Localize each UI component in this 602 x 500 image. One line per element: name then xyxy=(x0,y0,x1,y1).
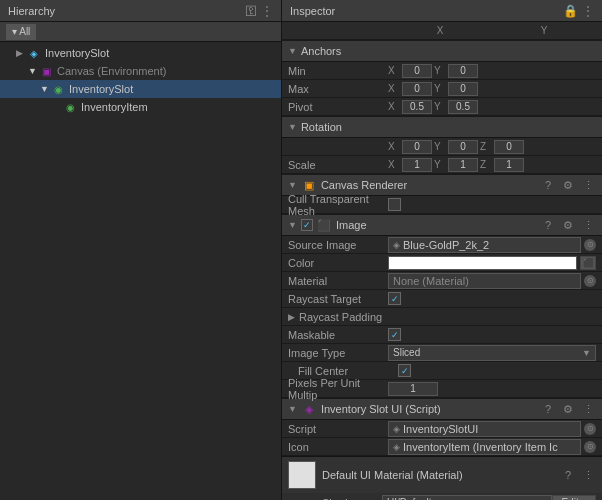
maskable-value xyxy=(388,328,596,341)
hierarchy-toolbar: ▾ All xyxy=(0,22,281,42)
fill-center-label: Fill Center xyxy=(298,365,398,377)
anchors-min-y-input[interactable] xyxy=(448,64,478,78)
image-type-label: Image Type xyxy=(288,347,388,359)
image-settings-icon[interactable]: ⚙ xyxy=(560,219,576,232)
inspector-header: Inspector 🔒 ⋮ xyxy=(282,0,602,22)
inventory-slot-ui-section-header[interactable]: ▼ ◈ Inventory Slot UI (Script) ? ⚙ ⋮ xyxy=(282,398,602,420)
rotation-z-input[interactable] xyxy=(494,140,524,154)
anchors-max-y-input[interactable] xyxy=(448,82,478,96)
shader-value: UI/Default ▼ xyxy=(382,495,552,501)
canvas-renderer-settings-icon[interactable]: ⚙ xyxy=(560,179,576,192)
script-field[interactable]: ◈ InventorySlotUI xyxy=(388,421,581,437)
script-row: Script ◈ InventorySlotUI ⊙ xyxy=(282,420,602,438)
rotation-y-input[interactable] xyxy=(448,140,478,154)
image-title: Image xyxy=(336,219,540,231)
x-label: X xyxy=(388,101,400,112)
icon-picker[interactable]: ⊙ xyxy=(584,441,596,453)
script-text: InventorySlotUI xyxy=(403,423,478,435)
hierarchy-menu-icon[interactable]: ⋮ xyxy=(261,4,273,18)
maskable-label: Maskable xyxy=(288,329,388,341)
maskable-row: Maskable xyxy=(282,326,602,344)
image-help-icon[interactable]: ? xyxy=(540,219,556,231)
fill-center-value xyxy=(398,364,596,377)
rotation-section-header[interactable]: ▼ Rotation xyxy=(282,116,602,138)
icon-field[interactable]: ◈ InventoryItem (Inventory Item Ic xyxy=(388,439,581,455)
raycast-target-label: Raycast Target xyxy=(288,293,388,305)
canvas-renderer-menu-icon[interactable]: ⋮ xyxy=(580,179,596,192)
scale-row: Scale X Y Z xyxy=(282,156,602,174)
hierarchy-item-label: Canvas (Environment) xyxy=(57,65,166,77)
material-help-icon[interactable]: ? xyxy=(560,469,576,481)
image-menu-icon[interactable]: ⋮ xyxy=(580,219,596,232)
anchors-min-row: Min X Y xyxy=(282,62,602,80)
hierarchy-item-canvas-env[interactable]: ▼ ▣ Canvas (Environment) xyxy=(0,62,281,80)
script-picker[interactable]: ⊙ xyxy=(584,423,596,435)
hierarchy-item-inventoryslot-child[interactable]: ▼ ◉ InventorySlot xyxy=(0,80,281,98)
source-image-row: Source Image ◈ Blue-GoldP_2k_2 ⊙ xyxy=(282,236,602,254)
material-row: Material None (Material) ⊙ xyxy=(282,272,602,290)
hierarchy-header: Hierarchy ⚿ ⋮ xyxy=(0,0,281,22)
raycast-target-checkbox[interactable] xyxy=(388,292,401,305)
canvas-renderer-help-icon[interactable]: ? xyxy=(540,179,556,191)
inspector-lock-icon[interactable]: 🔒 xyxy=(563,4,578,18)
image-section-header[interactable]: ▼ ✓ ⬛ Image ? ⚙ ⋮ xyxy=(282,214,602,236)
script-value: ◈ InventorySlotUI ⊙ xyxy=(388,421,596,437)
color-label: Color xyxy=(288,257,388,269)
rotation-title: Rotation xyxy=(301,121,596,133)
image-type-dropdown[interactable]: Sliced ▼ xyxy=(388,345,596,361)
image-enable-toggle[interactable]: ✓ xyxy=(301,219,313,231)
material-field[interactable]: None (Material) xyxy=(388,273,581,289)
source-image-value: ◈ Blue-GoldP_2k_2 ⊙ xyxy=(388,237,596,253)
shader-dropdown[interactable]: UI/Default ▼ xyxy=(382,495,552,501)
hierarchy-arrow: ▼ xyxy=(40,84,48,94)
hierarchy-all-button[interactable]: ▾ All xyxy=(6,24,36,40)
scale-z-input[interactable] xyxy=(494,158,524,172)
cull-transparent-mesh-label: Cull Transparent Mesh xyxy=(288,193,388,217)
inventory-slot-ui-arrow-icon: ▼ xyxy=(288,404,297,414)
hierarchy-item-label: InventorySlot xyxy=(45,47,109,59)
rotation-x-input[interactable] xyxy=(402,140,432,154)
raycast-padding-arrow: ▶ xyxy=(288,312,295,322)
scale-x-input[interactable] xyxy=(402,158,432,172)
source-image-field[interactable]: ◈ Blue-GoldP_2k_2 xyxy=(388,237,581,253)
anchors-max-x-input[interactable] xyxy=(402,82,432,96)
pixels-per-unit-input[interactable] xyxy=(388,382,438,396)
anchors-section-header[interactable]: ▼ Anchors xyxy=(282,40,602,62)
anchors-pivot-y-input[interactable] xyxy=(448,100,478,114)
anchors-pivot-values: X Y xyxy=(388,100,596,114)
image-icon: ⬛ xyxy=(316,217,332,233)
raycast-padding-row[interactable]: ▶ Raycast Padding xyxy=(282,308,602,326)
source-image-field-icon: ◈ xyxy=(393,240,400,250)
source-image-picker[interactable]: ⊙ xyxy=(584,239,596,251)
material-menu-icon[interactable]: ⋮ xyxy=(580,469,596,482)
anchors-pivot-row: Pivot X Y xyxy=(282,98,602,116)
inventory-settings-icon[interactable]: ⚙ xyxy=(560,403,576,416)
y-label: Y xyxy=(434,65,446,76)
scale-y-input[interactable] xyxy=(448,158,478,172)
inventory-menu-icon[interactable]: ⋮ xyxy=(580,403,596,416)
cull-transparent-mesh-checkbox[interactable] xyxy=(388,198,401,211)
shader-edit-button[interactable]: Edit... xyxy=(552,495,596,501)
inventory-help-icon[interactable]: ? xyxy=(540,403,556,415)
image-type-dropdown-arrow: ▼ xyxy=(582,348,591,358)
rotation-values: X Y Z xyxy=(388,140,596,154)
x-label: X xyxy=(388,141,400,152)
z-label: Z xyxy=(480,159,492,170)
fill-center-checkbox[interactable] xyxy=(398,364,411,377)
image-actions: ? ⚙ ⋮ xyxy=(540,219,596,232)
icon-text: InventoryItem (Inventory Item Ic xyxy=(403,441,558,453)
z-label: Z xyxy=(480,141,492,152)
maskable-checkbox[interactable] xyxy=(388,328,401,341)
inspector-menu-icon[interactable]: ⋮ xyxy=(582,4,594,18)
color-field[interactable] xyxy=(388,256,577,270)
anchors-max-row: Max X Y xyxy=(282,80,602,98)
x-label: X xyxy=(388,65,400,76)
hierarchy-lock-icon[interactable]: ⚿ xyxy=(245,4,257,18)
hierarchy-item-inventoryslot-top[interactable]: ▶ ◈ InventorySlot xyxy=(0,44,281,62)
xy-header-row: X Y xyxy=(282,22,602,40)
hierarchy-item-inventoryitem[interactable]: ◉ InventoryItem xyxy=(0,98,281,116)
anchors-min-x-input[interactable] xyxy=(402,64,432,78)
color-picker-btn[interactable]: ⬛ xyxy=(580,256,596,270)
material-picker[interactable]: ⊙ xyxy=(584,275,596,287)
anchors-pivot-x-input[interactable] xyxy=(402,100,432,114)
